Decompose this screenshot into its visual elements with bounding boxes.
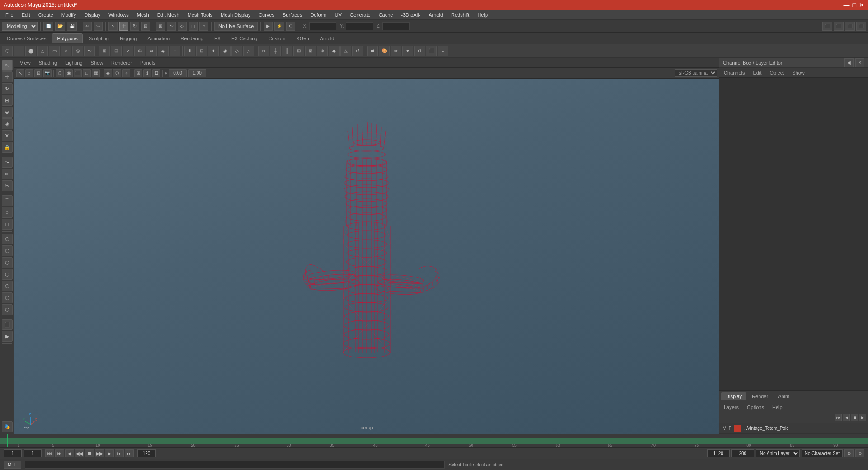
snap-icons-btn6[interactable]: ⬡ <box>2 292 13 303</box>
quick-render-btn[interactable]: ▶ <box>2 331 13 342</box>
move-tool-btn[interactable]: ✛ <box>2 71 13 82</box>
menu-mesh-tools[interactable]: Mesh Tools <box>184 11 216 19</box>
snap-curve-btn[interactable]: 〜 <box>167 22 176 31</box>
shelf-separate[interactable]: ⊟ <box>111 46 122 56</box>
gamma-select[interactable]: sRGB gamma <box>675 69 717 77</box>
shelf-helix[interactable]: 〜 <box>84 46 95 56</box>
layer-next-btn[interactable]: ▶ <box>859 414 866 421</box>
menu-curves[interactable]: Curves <box>255 11 278 19</box>
shelf-cone[interactable]: △ <box>37 46 48 56</box>
goto-start-btn[interactable]: ⏮ <box>45 449 54 457</box>
layers-tab-layers[interactable]: Layers <box>721 404 741 411</box>
layer-item[interactable]: V P ...Vintage_Totem_Pole <box>719 423 868 434</box>
vp-flat-shade[interactable]: ⬛ <box>74 69 82 77</box>
goto-end-btn[interactable]: ⏭ <box>125 449 134 457</box>
menu-redshift[interactable]: Redshift <box>448 11 473 19</box>
menu-cache[interactable]: Cache <box>375 11 397 19</box>
shelf-pipe[interactable]: ◎ <box>72 46 83 56</box>
bottom-icon[interactable]: 🎭 <box>2 421 13 432</box>
range-start-input[interactable] <box>4 449 22 457</box>
vp-menu-show[interactable]: Show <box>87 59 107 66</box>
render-settings-btn[interactable]: ⚙ <box>286 22 295 31</box>
shelf-detach[interactable]: ⊠ <box>305 46 316 56</box>
tab-fx[interactable]: FX <box>209 33 226 43</box>
settings-btn1[interactable]: ⬛ <box>822 22 832 31</box>
shelf-smooth[interactable]: ◈ <box>158 46 169 56</box>
shelf-sphere[interactable]: ⬡ <box>2 46 13 56</box>
menu-edit[interactable]: Edit <box>18 11 34 19</box>
play-fwd-btn[interactable]: ▶▶ <box>95 449 104 457</box>
command-input[interactable] <box>25 461 445 469</box>
tab-rendering[interactable]: Rendering <box>175 33 208 43</box>
scissor-btn[interactable]: ✂ <box>2 180 13 191</box>
settings-btn2[interactable]: ⬛ <box>834 22 844 31</box>
cb-tab-object[interactable]: Object <box>767 69 787 76</box>
vp-cam-attr[interactable]: 📷 <box>43 69 52 77</box>
cb-expand-btn[interactable]: ◀ <box>844 58 854 67</box>
minimize-btn[interactable]: — <box>844 1 850 9</box>
menu-3dto-all[interactable]: -3DtoAll- <box>397 11 424 19</box>
snap-icons-btn5[interactable]: ⬡ <box>2 281 13 291</box>
prev-key-btn[interactable]: ◀ <box>65 449 74 457</box>
menu-file[interactable]: File <box>2 11 17 19</box>
shelf-append[interactable]: ✦ <box>208 46 219 56</box>
y-coord[interactable] <box>346 22 373 30</box>
shelf-extrude[interactable]: ⬆ <box>184 46 195 56</box>
snap-point-btn[interactable]: ◇ <box>178 22 187 31</box>
next-key-btn[interactable]: ▶ <box>105 449 114 457</box>
menu-mesh[interactable]: Mesh <box>133 11 153 19</box>
maximize-btn[interactable]: □ <box>853 1 856 9</box>
anim-layer-select[interactable]: No Anim Layer <box>756 449 800 457</box>
shelf-wedge[interactable]: ▷ <box>243 46 254 56</box>
select-tool-btn[interactable]: ↖ <box>2 60 13 70</box>
cb-tab-channels[interactable]: Channels <box>721 69 747 76</box>
menu-windows[interactable]: Windows <box>105 11 132 19</box>
vp-grid-toggle[interactable]: ⊞ <box>134 69 142 77</box>
menu-deform[interactable]: Deform <box>307 11 330 19</box>
lasso-btn[interactable]: 〜 <box>2 157 13 168</box>
layers-tab-help[interactable]: Help <box>769 404 785 411</box>
x-coord[interactable] <box>309 22 336 30</box>
shelf-boolean[interactable]: ⊕ <box>134 46 145 56</box>
menu-create[interactable]: Create <box>35 11 57 19</box>
shelf-plane[interactable]: ▭ <box>49 46 60 56</box>
shelf-torus[interactable]: ○ <box>61 46 71 56</box>
mode-dropdown[interactable]: Modeling <box>2 22 38 31</box>
layer-color-swatch[interactable] <box>734 425 741 432</box>
cb-tab-show[interactable]: Show <box>789 69 807 76</box>
current-frame-input[interactable] <box>24 449 42 457</box>
playhead[interactable] <box>7 434 8 447</box>
vp-menu-panels[interactable]: Panels <box>137 59 159 66</box>
mel-button[interactable]: MEL <box>4 461 21 469</box>
layers-tab-options[interactable]: Options <box>744 404 767 411</box>
vp-xray[interactable]: ⬡ <box>113 69 121 77</box>
step-fwd-btn[interactable]: ⏭ <box>115 449 124 457</box>
render-btn[interactable]: ▶ <box>264 22 273 31</box>
shelf-paint-vertex[interactable]: 🎨 <box>379 46 390 56</box>
snap-surface-btn[interactable]: ◻ <box>189 22 198 31</box>
tab-fx-caching[interactable]: FX Caching <box>226 33 262 43</box>
vp-hud[interactable]: ℹ <box>143 69 151 77</box>
viewport-canvas[interactable]: .wire { stroke: #cc1133; stroke-width: 0… <box>14 79 719 434</box>
undo-btn[interactable]: ↩ <box>83 22 92 31</box>
disp-tab-render[interactable]: Render <box>747 392 773 400</box>
shelf-sculpt[interactable]: ✏ <box>391 46 401 56</box>
shelf-mirror[interactable]: ⇔ <box>146 46 157 56</box>
settings-btn4[interactable]: ⬛ <box>856 22 866 31</box>
universal-manip-btn[interactable]: ⊕ <box>2 107 13 118</box>
shelf-combine[interactable]: ⊞ <box>99 46 110 56</box>
view-start-input[interactable] <box>707 449 730 457</box>
shelf-triangulate[interactable]: ▲ <box>438 46 448 56</box>
step-back-btn[interactable]: ⏭ <box>55 449 64 457</box>
shelf-cylinder[interactable]: ⬤ <box>25 46 36 56</box>
snap-icons-btn3[interactable]: ⬡ <box>2 257 13 268</box>
menu-modify[interactable]: Modify <box>58 11 80 19</box>
scale-btn[interactable]: ⊞ <box>141 22 150 31</box>
snap-icons-btn7[interactable]: ⬡ <box>2 304 13 315</box>
layer-stop-btn[interactable]: ⏹ <box>851 414 858 421</box>
play-back-btn[interactable]: ◀◀ <box>75 449 84 457</box>
snap-icons-btn2[interactable]: ⬡ <box>2 245 13 256</box>
open-btn[interactable]: 📂 <box>55 22 65 31</box>
shelf-avg-normals[interactable]: ↑ <box>170 46 180 56</box>
vp-wireframe-on-shade[interactable]: ▦ <box>92 69 100 77</box>
